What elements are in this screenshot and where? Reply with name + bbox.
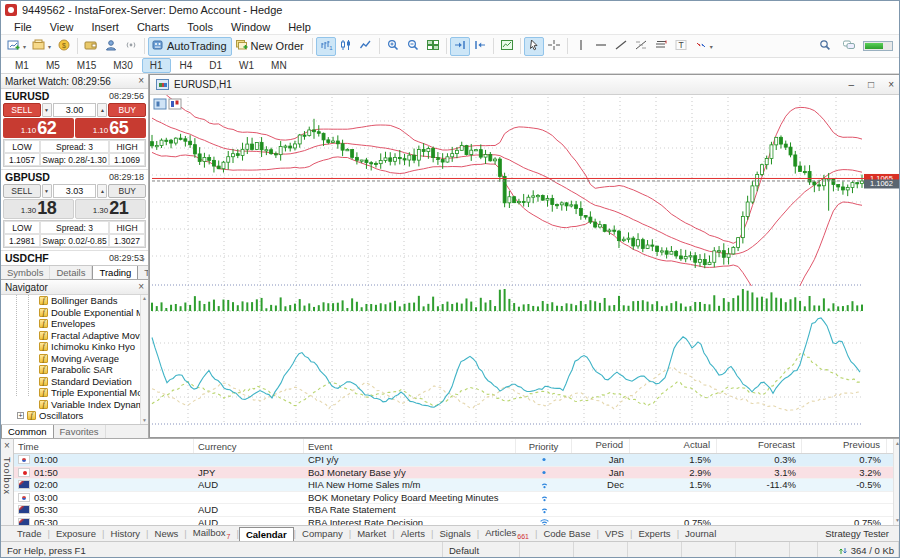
strategy-tester-button[interactable]: Strategy Tester xyxy=(825,528,899,539)
calendar-row[interactable]: 05:30AUDRBA Interest Rate Decision0.75%0… xyxy=(14,517,900,526)
timeframe-d1[interactable]: D1 xyxy=(201,58,230,73)
volume-field[interactable]: 3.00 xyxy=(53,103,97,117)
menu-tools[interactable]: Tools xyxy=(178,20,222,34)
timeframe-m1[interactable]: M1 xyxy=(7,58,37,73)
tree-item-fractal-adaptive-moving-average[interactable]: fFractal Adaptive Moving Average xyxy=(1,330,148,342)
buy-button[interactable]: BUY xyxy=(108,103,146,117)
expand-icon[interactable]: + xyxy=(17,412,24,419)
accounts-button[interactable] xyxy=(101,37,121,56)
tree-item-moving-average[interactable]: fMoving Average xyxy=(1,353,148,365)
tab-common[interactable]: Common xyxy=(1,424,54,438)
calendar-row[interactable]: 01:00CPI y/yJan1.5%0.3%0.7% xyxy=(14,454,900,467)
calendar-row[interactable]: 01:50JPYBoJ Monetary Base y/yJan2.9%3.1%… xyxy=(14,467,900,480)
menu-window[interactable]: Window xyxy=(222,20,279,34)
tab-articles[interactable]: Articles661 xyxy=(479,526,535,541)
calendar-scrollbar[interactable]: ▲ ▼ xyxy=(893,439,900,525)
scroll-up-icon[interactable]: ▲ xyxy=(142,296,147,301)
price-chart[interactable]: 1.10651.1062 xyxy=(150,95,900,437)
calendar-row[interactable]: 03:00BOK Monetary Policy Board Meeting M… xyxy=(14,492,900,505)
tab-details[interactable]: Details xyxy=(50,266,92,279)
search-button[interactable] xyxy=(815,37,835,56)
volume-up-button[interactable]: ▲ xyxy=(97,103,107,117)
maximize-icon[interactable]: □ xyxy=(868,79,874,90)
tile-windows-button[interactable] xyxy=(423,37,443,56)
cursor-button[interactable] xyxy=(524,37,544,56)
scroll-down-icon[interactable]: ▼ xyxy=(895,518,900,523)
tab-history[interactable]: History xyxy=(105,527,147,540)
line-chart-button[interactable] xyxy=(356,37,376,56)
timeframe-m30[interactable]: M30 xyxy=(105,58,140,73)
tab-vps[interactable]: VPS xyxy=(599,527,630,540)
chart-window-titlebar[interactable]: EURUSD,H1 –□× xyxy=(150,75,900,95)
tab-mailbox[interactable]: Mailbox7 xyxy=(187,526,237,541)
auto-scroll-button[interactable] xyxy=(450,37,470,56)
close-icon[interactable]: × xyxy=(138,76,144,86)
calendar-row[interactable]: 05:30AUDRBA Rate Statement xyxy=(14,504,900,517)
channel-button[interactable] xyxy=(651,37,671,56)
buy-button[interactable]: BUY xyxy=(108,184,146,198)
bars-button[interactable]: 1 xyxy=(316,37,336,56)
profiles-button[interactable]: ▾ xyxy=(29,37,54,56)
tab-company[interactable]: Company xyxy=(296,527,349,540)
menu-insert[interactable]: Insert xyxy=(82,20,128,34)
volume-field[interactable]: 3.03 xyxy=(53,184,97,198)
scroll-up-icon[interactable]: ▲ xyxy=(895,441,900,446)
crosshair-button[interactable] xyxy=(544,37,564,56)
arrows-button[interactable]: ▾ xyxy=(691,37,716,56)
calendar-row[interactable]: 02:00AUDHIA New Home Sales m/mDec1.5%-11… xyxy=(14,479,900,492)
volume-down-button[interactable]: ▼ xyxy=(42,184,52,198)
symbol-block-eurusd[interactable]: EURUSD08:29:56SELL▼3.00▲BUY1.10621.1065L… xyxy=(1,89,148,170)
status-profile[interactable]: Default xyxy=(443,542,520,558)
tab-ticks[interactable]: Ticks xyxy=(138,266,148,279)
tab-signals[interactable]: Signals xyxy=(433,527,476,540)
close-icon[interactable]: × xyxy=(4,441,10,451)
fibonacci-button[interactable] xyxy=(631,37,651,56)
sell-button[interactable]: SELL xyxy=(3,184,41,198)
trendline-button[interactable] xyxy=(611,37,631,56)
menu-view[interactable]: View xyxy=(41,20,83,34)
tree-item-envelopes[interactable]: fEnvelopes xyxy=(1,318,148,330)
vertical-line-button[interactable] xyxy=(571,37,591,56)
timeframe-w1[interactable]: W1 xyxy=(231,58,262,73)
new-chart-button[interactable]: ▾ xyxy=(4,37,29,56)
tree-item-ichimoku-kinko-hyo[interactable]: fIchimoku Kinko Hyo xyxy=(1,341,148,353)
market-watch-button[interactable]: $ xyxy=(54,37,74,56)
tab-trading[interactable]: Trading xyxy=(92,265,138,279)
menu-charts[interactable]: Charts xyxy=(128,20,178,34)
tab-trade[interactable]: Trade xyxy=(11,527,47,540)
scroll-down-icon[interactable]: ▼ xyxy=(140,257,146,263)
new-order-button[interactable]: New Order xyxy=(232,37,309,56)
tree-item-double-exponential-moving-average[interactable]: fDouble Exponential Moving Average xyxy=(1,307,148,319)
close-icon[interactable]: × xyxy=(888,79,894,90)
tab-calendar[interactable]: Calendar xyxy=(239,527,294,541)
tab-alerts[interactable]: Alerts xyxy=(395,527,431,540)
zoom-out-button[interactable] xyxy=(403,37,423,56)
menu-help[interactable]: Help xyxy=(279,20,320,34)
tab-experts[interactable]: Experts xyxy=(632,527,676,540)
timeframe-h1[interactable]: H1 xyxy=(142,58,171,73)
timeframe-m5[interactable]: M5 xyxy=(38,58,68,73)
horizontal-line-button[interactable] xyxy=(591,37,611,56)
tab-exposure[interactable]: Exposure xyxy=(50,527,102,540)
tree-item-variable-index-dynamic-average[interactable]: fVariable Index Dynamic Average xyxy=(1,399,148,411)
volume-down-button[interactable]: ▼ xyxy=(42,103,52,117)
minimize-icon[interactable]: – xyxy=(849,79,855,90)
chart-shift-button[interactable] xyxy=(470,37,490,56)
tree-item-parabolic-sar[interactable]: fParabolic SAR xyxy=(1,364,148,376)
tree-item-standard-deviation[interactable]: fStandard Deviation xyxy=(1,376,148,388)
menu-file[interactable]: File xyxy=(5,20,41,34)
zoom-in-button[interactable] xyxy=(383,37,403,56)
sell-button[interactable]: SELL xyxy=(3,103,41,117)
close-icon[interactable]: × xyxy=(138,282,144,292)
timeframe-m15[interactable]: M15 xyxy=(69,58,104,73)
candles-button[interactable] xyxy=(336,37,356,56)
tab-symbols[interactable]: Symbols xyxy=(1,266,50,279)
tree-item-bollinger-bands[interactable]: fBollinger Bands xyxy=(1,295,148,307)
tab-code-base[interactable]: Code Base xyxy=(537,527,596,540)
templates-button[interactable] xyxy=(497,37,517,56)
symbol-block-gbpusd[interactable]: GBPUSD08:29:18SELL▼3.03▲BUY1.30181.3021L… xyxy=(1,170,148,251)
autotrading-button[interactable]: AutoTrading xyxy=(148,37,232,56)
deposit-button[interactable] xyxy=(81,37,101,56)
text-button[interactable]: T xyxy=(671,37,691,56)
tree-item-triple-exponential-moving-average[interactable]: fTriple Exponential Moving Average xyxy=(1,387,148,399)
